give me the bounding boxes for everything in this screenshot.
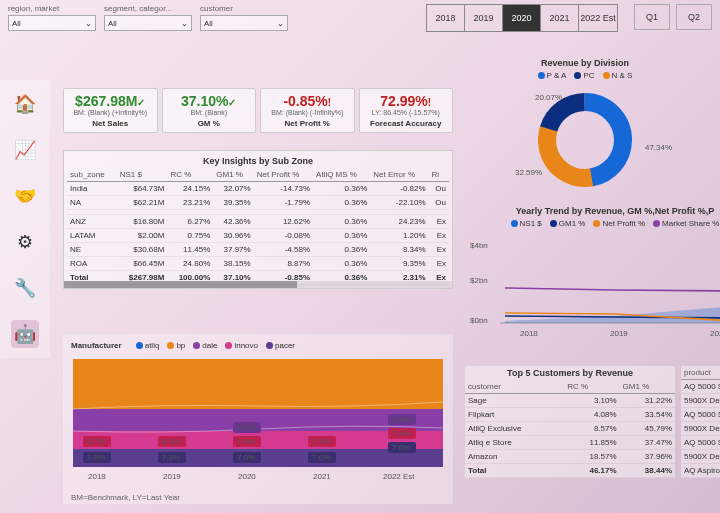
chevron-down-icon: ⌄ <box>181 19 188 28</box>
filter-segment-select[interactable]: All⌄ <box>104 15 192 31</box>
svg-text:2018: 2018 <box>88 472 106 481</box>
chart-icon[interactable]: 📈 <box>11 136 39 164</box>
manufacturer-chart: Manufactureratliqbpdaleinnovopacer 8.7% … <box>63 334 453 504</box>
svg-text:2022 Est: 2022 Est <box>383 472 415 481</box>
alert-icon: ! <box>428 97 431 108</box>
check-icon: ✓ <box>137 97 145 108</box>
svg-text:9.9%: 9.9% <box>392 415 410 424</box>
svg-rect-13 <box>73 359 443 409</box>
svg-text:47.34%: 47.34% <box>645 143 672 152</box>
svg-text:7.8%: 7.8% <box>162 453 180 462</box>
product-list: productAQ 5000 Se5900X DeslAQ 5000 Se590… <box>681 366 720 478</box>
kpi-net-sales: $267.98M✓ BM: (Blank) (+Infinity%) Net S… <box>63 88 158 133</box>
alert-icon: ! <box>328 97 331 108</box>
svg-text:$0bn: $0bn <box>470 316 488 325</box>
svg-text:7.6%: 7.6% <box>392 443 410 452</box>
kpi-net-profit: -0.85%! BM: (Blank) (-Infinity%) Net Pro… <box>260 88 355 133</box>
sidebar: 🏠 📈 🤝 ⚙ 🔧 🤖 <box>0 80 50 358</box>
svg-text:7.7%: 7.7% <box>312 437 330 446</box>
svg-text:20.07%: 20.07% <box>535 93 562 102</box>
svg-text:$4bn: $4bn <box>470 241 488 250</box>
svg-text:2019: 2019 <box>163 472 181 481</box>
svg-text:7.0%: 7.0% <box>237 453 255 462</box>
svg-text:2018: 2018 <box>520 329 538 338</box>
kpi-gm: 37.10%✓ BM: (Blank) GM % <box>162 88 257 133</box>
svg-text:8.7%: 8.7% <box>87 437 105 446</box>
home-icon[interactable]: 🏠 <box>11 90 39 118</box>
insights-table: Key Insights by Sub Zone sub_zoneNS1 $RC… <box>63 150 453 289</box>
svg-text:8.1%: 8.1% <box>162 437 180 446</box>
gear-icon[interactable]: 🔧 <box>11 274 39 302</box>
scrollbar[interactable] <box>64 281 452 288</box>
svg-text:7.8%: 7.8% <box>87 453 105 462</box>
year-2021[interactable]: 2021 <box>541 5 579 31</box>
svg-text:2021: 2021 <box>313 472 331 481</box>
footnote: BM=Benchmark, LY=Last Year <box>71 493 180 502</box>
top-customers: Top 5 Customers by Revenue customerRC %G… <box>465 366 675 478</box>
filter-region-select[interactable]: All⌄ <box>8 15 96 31</box>
revenue-by-division: Revenue by Division P & APCN & S 20.07% … <box>465 58 705 198</box>
check-icon: ✓ <box>228 97 236 108</box>
year-2019[interactable]: 2019 <box>465 5 503 31</box>
svg-text:2019: 2019 <box>610 329 628 338</box>
handshake-icon[interactable]: 🤝 <box>11 182 39 210</box>
svg-text:7.6%: 7.6% <box>312 453 330 462</box>
svg-text:$2bn: $2bn <box>470 276 488 285</box>
filter-customer: customer All⌄ <box>200 4 288 31</box>
year-2022[interactable]: 2022 Est <box>579 5 617 31</box>
kpi-forecast: 72.99%! LY: 86.45% (-15.57%) Forecast Ac… <box>359 88 454 133</box>
filter-region: region, market All⌄ <box>8 4 96 31</box>
svg-text:32.59%: 32.59% <box>515 168 542 177</box>
robot-icon[interactable]: 🤖 <box>11 320 39 348</box>
quarter-q1[interactable]: Q1 <box>634 4 670 30</box>
svg-text:2020: 2020 <box>238 472 256 481</box>
svg-text:7.9%: 7.9% <box>392 429 410 438</box>
yearly-trend: Yearly Trend by Revenue, GM %,Net Profit… <box>465 206 720 356</box>
filter-segment: segment, categor... All⌄ <box>104 4 192 31</box>
chevron-down-icon: ⌄ <box>85 19 92 28</box>
quarter-q2[interactable]: Q2 <box>676 4 712 30</box>
year-2018[interactable]: 2018 <box>427 5 465 31</box>
svg-text:9.6%: 9.6% <box>237 423 255 432</box>
year-tabs: 2018 2019 2020 2021 2022 Est <box>426 4 618 32</box>
svg-text:7.6%: 7.6% <box>237 437 255 446</box>
filter-customer-select[interactable]: All⌄ <box>200 15 288 31</box>
chevron-down-icon: ⌄ <box>277 19 284 28</box>
network-icon[interactable]: ⚙ <box>11 228 39 256</box>
kpi-row: $267.98M✓ BM: (Blank) (+Infinity%) Net S… <box>63 88 453 133</box>
year-2020[interactable]: 2020 <box>503 5 541 31</box>
svg-text:2020: 2020 <box>710 329 720 338</box>
